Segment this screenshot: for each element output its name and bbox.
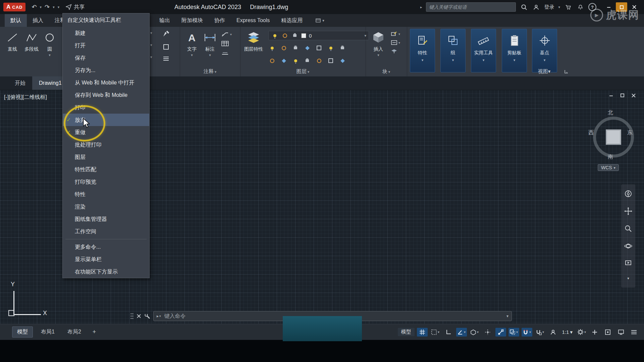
snap-mode-toggle[interactable]: ▾ xyxy=(430,328,441,337)
ribbon-tab-express-tools[interactable]: Express Tools xyxy=(231,14,275,27)
navigation-wheel-icon[interactable] xyxy=(624,190,632,198)
viewcube-east-label[interactable]: 东 xyxy=(627,129,633,136)
command-expand-caret[interactable]: ▾ xyxy=(506,314,508,318)
menu-item-save-to-web[interactable]: 保存到 Web 和 Mobile xyxy=(63,89,149,101)
layer-tool-icon[interactable] xyxy=(292,44,299,52)
tile-caret[interactable]: ▾ xyxy=(422,58,424,62)
ribbon-tab-default[interactable]: 默认 xyxy=(5,14,27,27)
viewcube-west-label[interactable]: 西 xyxy=(588,129,594,136)
layer-tool-icon[interactable] xyxy=(339,57,346,64)
menu-item-render[interactable]: 渲染 xyxy=(63,200,149,213)
menu-item-sheet-set-manager[interactable]: 图纸集管理器 xyxy=(63,213,149,225)
menu-item-new[interactable]: 新建 xyxy=(63,27,149,39)
tile-caret[interactable]: ▾ xyxy=(514,58,516,62)
command-grip-handle[interactable] xyxy=(130,313,133,319)
viewcube-north-label[interactable]: 北 xyxy=(588,109,633,116)
tool-caret[interactable]: ▾ xyxy=(150,55,152,59)
circle-tool-button[interactable]: 圆 ▾ xyxy=(42,30,57,58)
layer-tool-icon[interactable] xyxy=(304,57,311,64)
annotation-scale-caret[interactable]: ▾ xyxy=(570,329,573,335)
polyline-tool-button[interactable]: 多段线 xyxy=(22,30,41,52)
drawing-restore-icon[interactable] xyxy=(620,93,625,98)
viewport-controls-label[interactable]: [-][俯视][二维线框] xyxy=(4,94,47,101)
ribbon-tab-addins[interactable]: 附加模块 xyxy=(176,14,209,27)
menu-item-properties[interactable]: 特性 xyxy=(63,188,149,200)
layer-tool-icon[interactable] xyxy=(268,44,276,52)
ribbon-tab-featured-apps[interactable]: 精选应用 xyxy=(275,14,308,27)
tile-caret[interactable]: ▾ xyxy=(483,58,485,62)
block-attribute-caret[interactable]: ▾ xyxy=(398,41,400,45)
menu-item-workspace[interactable]: 工作空间 xyxy=(63,225,149,238)
polar-caret[interactable]: ▾ xyxy=(464,330,466,334)
ribbon-tab-collaborate[interactable]: 协作 xyxy=(209,14,231,27)
osnap-z-toggle[interactable] xyxy=(495,328,506,337)
store-cart-icon[interactable] xyxy=(564,3,572,11)
new-layout-button[interactable]: + xyxy=(89,327,100,337)
text-tool-button[interactable]: A 文字 ▾ xyxy=(184,30,200,58)
layers-panel-label[interactable]: 图层▾ xyxy=(240,68,366,75)
layout-tab-layout2[interactable]: 布局2 xyxy=(63,327,86,337)
menu-item-batch-plot[interactable]: 批处理打印 xyxy=(63,138,149,151)
insert-block-button[interactable]: 插入 ▾ xyxy=(370,30,387,58)
leader-caret[interactable]: ▾ xyxy=(230,33,232,36)
menu-item-more-commands[interactable]: 更多命令... xyxy=(63,241,149,253)
search-icon[interactable] xyxy=(520,3,528,11)
redo-button[interactable]: ↷ xyxy=(45,3,50,11)
layout-tab-layout1[interactable]: 布局1 xyxy=(36,327,59,337)
viewcube[interactable]: 北 西 东 南 WCS ▾ xyxy=(588,109,633,175)
selection-cycling-caret[interactable]: ▾ xyxy=(516,330,518,334)
drawing-minimize-icon[interactable] xyxy=(609,93,613,98)
layer-tool-icon[interactable] xyxy=(315,44,323,52)
panel-pin-icon[interactable] xyxy=(564,69,569,74)
object-snap-tracking-toggle[interactable] xyxy=(482,328,493,337)
line-tool-button[interactable]: 直线 xyxy=(4,30,21,52)
app-menu-button[interactable]: A CAD xyxy=(3,3,25,11)
layer-tool-icon[interactable] xyxy=(339,44,346,52)
wcs-dropdown[interactable]: WCS ▾ xyxy=(598,164,619,171)
viewcube-compass-ring[interactable] xyxy=(593,117,634,158)
menu-item-open[interactable]: 打开 xyxy=(63,39,149,52)
menu-item-save-as[interactable]: 另存为... xyxy=(63,64,149,76)
workspace-switching-control[interactable]: ▾ xyxy=(576,328,587,337)
dimension-dropdown-caret[interactable]: ▾ xyxy=(202,52,218,58)
model-space-toggle[interactable]: 模型 xyxy=(398,328,415,336)
panel-tile-utilities[interactable]: 实用工具 ▾ xyxy=(471,29,496,72)
layer-state-dropdown[interactable]: 0 ▾ xyxy=(268,31,369,40)
tool-caret[interactable]: ▾ xyxy=(150,43,152,47)
panel-tile-properties[interactable]: 特性 ▾ xyxy=(410,29,435,72)
block-edit-tool[interactable]: ▾ xyxy=(391,32,400,36)
table-tool[interactable] xyxy=(221,41,232,46)
menu-item-show-menu-bar[interactable]: 显示菜单栏 xyxy=(63,253,149,265)
object-snap-toggle[interactable]: ▾ xyxy=(522,328,532,337)
ribbon-tab-insert[interactable]: 插入 xyxy=(27,14,49,27)
drawing-close-icon[interactable] xyxy=(631,93,636,98)
annotate-panel-label[interactable]: 注释▾ xyxy=(180,68,240,75)
tile-caret[interactable]: ▾ xyxy=(544,58,546,62)
orbit-icon[interactable] xyxy=(624,242,632,250)
block-edit-caret[interactable]: ▾ xyxy=(398,32,400,36)
layer-tool-icon[interactable] xyxy=(268,57,276,64)
graphics-performance-toggle[interactable] xyxy=(615,328,626,337)
menu-item-open-from-web[interactable]: 从 Web 和 Mobile 中打开 xyxy=(63,76,149,89)
menu-item-match-properties[interactable]: 特性匹配 xyxy=(63,163,149,176)
box-tool-icon[interactable] xyxy=(163,44,169,52)
match-properties-icon[interactable] xyxy=(162,30,170,39)
zoom-icon[interactable] xyxy=(624,225,632,233)
snap-caret[interactable]: ▾ xyxy=(438,330,439,334)
object-snap-3d-caret[interactable]: ▾ xyxy=(542,330,544,334)
list-tool-icon[interactable] xyxy=(163,56,169,62)
insert-dropdown-caret[interactable]: ▾ xyxy=(370,52,387,58)
showmotion-icon[interactable] xyxy=(625,259,632,267)
annotation-visibility-toggle[interactable] xyxy=(548,328,558,337)
view-panel-label[interactable]: 视图▾ xyxy=(527,68,562,75)
block-panel-label[interactable]: 块▾ xyxy=(366,68,407,75)
layer-tool-icon[interactable] xyxy=(280,44,287,52)
login-button[interactable]: 登录 xyxy=(544,4,554,10)
leader-tool[interactable]: ▾ xyxy=(221,32,232,37)
layer-tool-icon[interactable] xyxy=(327,44,334,52)
menu-item-show-below-ribbon[interactable]: 在功能区下方显示 xyxy=(63,265,149,278)
search-collapse-caret[interactable]: ▸ xyxy=(420,5,422,9)
isometric-drafting-toggle[interactable]: ▾ xyxy=(469,328,480,337)
layer-tool-icon[interactable] xyxy=(315,57,323,64)
menu-item-layer[interactable]: 图层 xyxy=(63,151,149,163)
